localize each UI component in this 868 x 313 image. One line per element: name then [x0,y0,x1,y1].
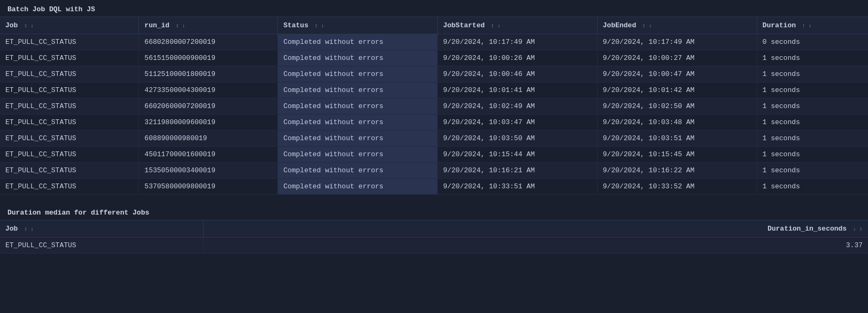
table1-cell-jobstarted: 9/20/2024, 10:03:47 AM [437,114,597,131]
table1-cell-job: ET_PULL_CC_STATUS [0,50,139,66]
table1-row: ET_PULL_CC_STATUS42733500004300019Comple… [0,82,868,98]
table1-cell-duration: 1 seconds [757,114,868,131]
table1-cell-jobended: 9/20/2024, 10:17:49 AM [597,34,757,50]
table1-cell-status: Completed without errors [278,98,438,114]
table1-cell-status: Completed without errors [278,131,438,147]
col2-job-label: Job [5,225,18,233]
col-duration-header[interactable]: Duration ↑ ↓ [757,17,868,34]
table2-container: Job ↕ ↓ Duration_in_seconds ↓ ↕ ET_PULL_… [0,220,868,254]
table1-row: ET_PULL_CC_STATUS45011700001600019Comple… [0,147,868,163]
table1-cell-runid: 42733500004300019 [139,82,278,98]
col-duration-label: Duration [763,21,796,29]
table1-cell-duration: 1 seconds [757,98,868,114]
table1-cell-jobstarted: 9/20/2024, 10:03:50 AM [437,131,597,147]
table2-body: ET_PULL_CC_STATUS3.37 [0,238,868,254]
table1: Job ↕ ↓ run_id ↕ ↓ Status ↕ ↓ JobStarted… [0,17,868,195]
table1-row: ET_PULL_CC_STATUS608890000980019Complete… [0,131,868,147]
table1-cell-jobstarted: 9/20/2024, 10:17:49 AM [437,34,597,50]
table1-cell-duration: 1 seconds [757,66,868,82]
table1-cell-jobended: 9/20/2024, 10:00:47 AM [597,66,757,82]
table1-row: ET_PULL_CC_STATUS32119800009600019Comple… [0,114,868,131]
col-jobended-sort-icon: ↕ ↓ [642,23,652,29]
table1-cell-jobstarted: 9/20/2024, 10:02:49 AM [437,98,597,114]
col2-job-sort-icon: ↕ ↓ [24,226,34,232]
table1-cell-jobended: 9/20/2024, 10:00:27 AM [597,50,757,66]
table1-cell-duration: 1 seconds [757,179,868,195]
table1-cell-status: Completed without errors [278,34,438,50]
col-status-header[interactable]: Status ↕ ↓ [278,17,438,34]
table1-cell-status: Completed without errors [278,179,438,195]
table1-cell-jobended: 9/20/2024, 10:02:50 AM [597,98,757,114]
table1-cell-runid: 51125100001800019 [139,66,278,82]
table1-cell-jobended: 9/20/2024, 10:16:22 AM [597,163,757,179]
table1-cell-job: ET_PULL_CC_STATUS [0,147,139,163]
col-status-sort-icon: ↕ ↓ [315,23,324,29]
table1-cell-job: ET_PULL_CC_STATUS [0,163,139,179]
table1-cell-jobended: 9/20/2024, 10:01:42 AM [597,82,757,98]
table1-cell-jobstarted: 9/20/2024, 10:16:21 AM [437,163,597,179]
table2-row: ET_PULL_CC_STATUS3.37 [0,238,868,254]
table1-cell-jobended: 9/20/2024, 10:33:52 AM [597,179,757,195]
col-job-sort-icon: ↕ ↓ [24,23,34,29]
col-job-label: Job [5,21,18,29]
table1-cell-status: Completed without errors [278,50,438,66]
table1-cell-jobstarted: 9/20/2024, 10:00:26 AM [437,50,597,66]
col2-duration-label: Duration_in_seconds [768,225,847,233]
col-jobended-label: JobEnded [603,21,636,29]
table1-body: ET_PULL_CC_STATUS66802800007200019Comple… [0,34,868,195]
table2-cell-job: ET_PULL_CC_STATUS [0,238,203,254]
col-jobended-header[interactable]: JobEnded ↕ ↓ [597,17,757,34]
table1-cell-job: ET_PULL_CC_STATUS [0,66,139,82]
col2-duration-header[interactable]: Duration_in_seconds ↓ ↕ [203,220,868,238]
table1-cell-job: ET_PULL_CC_STATUS [0,114,139,131]
col-duration-sort-icon: ↑ ↓ [802,23,812,29]
col-runid-header[interactable]: run_id ↕ ↓ [139,17,278,34]
col-runid-sort-icon: ↕ ↓ [176,23,185,29]
page-container: Batch Job DQL with JS Job ↕ ↓ run_id ↕ ↓… [0,0,868,254]
col-jobstarted-label: JobStarted [443,21,485,29]
table1-cell-status: Completed without errors [278,66,438,82]
table1-cell-jobended: 9/20/2024, 10:15:45 AM [597,147,757,163]
table1-cell-job: ET_PULL_CC_STATUS [0,131,139,147]
table1-cell-jobstarted: 9/20/2024, 10:15:44 AM [437,147,597,163]
col-jobstarted-sort-icon: ↕ ↓ [491,23,501,29]
table1-cell-jobended: 9/20/2024, 10:03:51 AM [597,131,757,147]
table1-cell-runid: 66020600007200019 [139,98,278,114]
col-job-header[interactable]: Job ↕ ↓ [0,17,139,34]
table1-cell-job: ET_PULL_CC_STATUS [0,82,139,98]
table1-cell-runid: 53705800009800019 [139,179,278,195]
col2-job-header[interactable]: Job ↕ ↓ [0,220,203,238]
col-status-label: Status [283,21,308,29]
table2-cell-duration: 3.37 [203,238,868,254]
table1-cell-jobended: 9/20/2024, 10:03:48 AM [597,114,757,131]
table1-cell-jobstarted: 9/20/2024, 10:00:46 AM [437,66,597,82]
col-runid-label: run_id [144,21,169,29]
table1-cell-jobstarted: 9/20/2024, 10:01:41 AM [437,82,597,98]
table1-row: ET_PULL_CC_STATUS15350500003400019Comple… [0,163,868,179]
table1-cell-duration: 1 seconds [757,82,868,98]
table1-cell-runid: 608890000980019 [139,131,278,147]
table1-row: ET_PULL_CC_STATUS51125100001800019Comple… [0,66,868,82]
table1-cell-duration: 1 seconds [757,163,868,179]
col-jobstarted-header[interactable]: JobStarted ↕ ↓ [437,17,597,34]
table2-header-row: Job ↕ ↓ Duration_in_seconds ↓ ↕ [0,220,868,238]
table1-title: Batch Job DQL with JS [0,0,868,17]
table1-cell-duration: 1 seconds [757,131,868,147]
table1-cell-runid: 56151500000900019 [139,50,278,66]
table1-cell-runid: 15350500003400019 [139,163,278,179]
table1-cell-status: Completed without errors [278,82,438,98]
table1-cell-duration: 1 seconds [757,147,868,163]
table1-row: ET_PULL_CC_STATUS53705800009800019Comple… [0,179,868,195]
table1-header-row: Job ↕ ↓ run_id ↕ ↓ Status ↕ ↓ JobStarted… [0,17,868,34]
table1-row: ET_PULL_CC_STATUS66020600007200019Comple… [0,98,868,114]
table1-cell-job: ET_PULL_CC_STATUS [0,34,139,50]
table1-cell-duration: 1 seconds [757,50,868,66]
table2-title: Duration median for different Jobs [0,203,868,220]
table1-cell-runid: 32119800009600019 [139,114,278,131]
table2: Job ↕ ↓ Duration_in_seconds ↓ ↕ ET_PULL_… [0,220,868,254]
table1-cell-duration: 0 seconds [757,34,868,50]
table1-cell-job: ET_PULL_CC_STATUS [0,179,139,195]
table1-cell-status: Completed without errors [278,163,438,179]
section-gap [0,195,868,203]
table1-cell-status: Completed without errors [278,114,438,131]
